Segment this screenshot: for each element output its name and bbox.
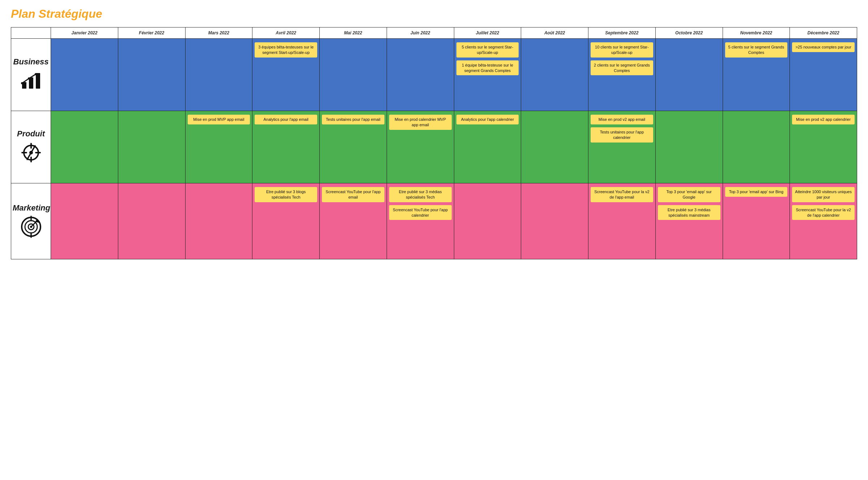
note-produit-4-0: Tests unitaires pour l'app email — [322, 115, 384, 124]
note-business-8-1: 2 clients sur le segment Grands Comptes — [591, 60, 653, 76]
month-header-0: Janvier 2022 — [51, 27, 118, 39]
row-marketing: Marketing Etre publié sur 3 blogs spécia… — [11, 183, 857, 259]
note-produit-2-0: Mise en prod MVP app email — [188, 115, 250, 124]
marketing-icon — [20, 216, 42, 238]
notes-container-business-6: 5 clients sur le segment Star-up/Scale-u… — [456, 41, 519, 77]
svg-point-5 — [35, 73, 37, 75]
cell-produit-month-11: Mise en prod v2 app calendrier — [790, 111, 857, 183]
cell-marketing-month-6 — [454, 183, 521, 259]
month-header-3: Avril 2022 — [252, 27, 320, 39]
note-marketing-5-1: Screencast YouTube pour l'app calendrier — [389, 205, 452, 220]
note-produit-8-0: Mise en prod v2 app email — [591, 115, 653, 124]
strategic-plan-table: Janvier 2022Février 2022Mars 2022Avril 2… — [11, 27, 857, 259]
cell-produit-month-2: Mise en prod MVP app email — [185, 111, 252, 183]
cell-marketing-month-1 — [118, 183, 185, 259]
row-header-produit: Produit — [11, 111, 51, 183]
cell-produit-month-9 — [655, 111, 723, 183]
notes-container-business-3: 3 équipes bêta-testeuses sur le segment … — [255, 41, 317, 59]
row-label-marketing: Marketing — [13, 203, 49, 213]
cell-marketing-month-7 — [521, 183, 588, 259]
note-marketing-10-0: Top 3 pour 'email app' sur Bing — [725, 187, 788, 197]
svg-point-3 — [21, 82, 23, 84]
cell-marketing-month-11: Atteindre 1000 visiteurs uniques par jou… — [790, 183, 857, 259]
note-business-3-0: 3 équipes bêta-testeuses sur le segment … — [255, 42, 317, 58]
cell-marketing-month-2 — [185, 183, 252, 259]
note-business-8-0: 10 clients sur le segment Star-up/Scale-… — [591, 42, 653, 58]
cell-produit-month-7 — [521, 111, 588, 183]
marketing-icon-container — [13, 216, 49, 239]
month-header-2: Mars 2022 — [185, 27, 252, 39]
month-header-10: Novembre 2022 — [723, 27, 790, 39]
cell-produit-month-3: Analytics pour l'app email — [252, 111, 320, 183]
notes-container-produit-6: Analytics pour l'app calendrier — [456, 113, 519, 126]
note-marketing-11-0: Atteindre 1000 visiteurs uniques par jou… — [792, 187, 855, 202]
header-empty — [11, 27, 51, 39]
cell-business-month-0 — [51, 39, 118, 111]
cell-marketing-month-5: Etre publié sur 3 médias spécialisés Tec… — [387, 183, 454, 259]
row-produit: Produit Mise en prod MVP app emailAnalyt… — [11, 111, 857, 183]
notes-container-marketing-11: Atteindre 1000 visiteurs uniques par jou… — [792, 186, 855, 221]
business-icon — [20, 69, 42, 91]
row-business: Business 3 équipes bêta-testeuses sur le… — [11, 39, 857, 111]
cell-produit-month-4: Tests unitaires pour l'app email — [320, 111, 387, 183]
notes-container-produit-4: Tests unitaires pour l'app email — [322, 113, 384, 126]
cell-produit-month-8: Mise en prod v2 app emailTests unitaires… — [588, 111, 656, 183]
notes-container-business-8: 10 clients sur le segment Star-up/Scale-… — [591, 41, 653, 77]
note-marketing-11-1: Screencast YouTube pour la v2 de l'app c… — [792, 205, 855, 220]
notes-container-marketing-10: Top 3 pour 'email app' sur Bing — [725, 186, 788, 198]
note-produit-8-1: Tests unitaires pour l'app calendrier — [591, 127, 653, 143]
cell-business-month-7 — [521, 39, 588, 111]
cell-business-month-10: 5 clients sur le segment Grands Comptes — [723, 39, 790, 111]
cell-marketing-month-0 — [51, 183, 118, 259]
cell-business-month-6: 5 clients sur le segment Star-up/Scale-u… — [454, 39, 521, 111]
cell-marketing-month-9: Top 3 pour 'email app' sur GoogleEtre pu… — [655, 183, 723, 259]
month-header-1: Février 2022 — [118, 27, 185, 39]
cell-business-month-5 — [387, 39, 454, 111]
cell-business-month-2 — [185, 39, 252, 111]
row-header-business: Business — [11, 39, 51, 111]
row-header-marketing: Marketing — [11, 183, 51, 259]
svg-rect-2 — [36, 73, 40, 89]
cell-marketing-month-3: Etre publié sur 3 blogs spécialisés Tech — [252, 183, 320, 259]
row-label-produit: Produit — [13, 129, 49, 139]
cell-business-month-1 — [118, 39, 185, 111]
notes-container-produit-11: Mise en prod v2 app calendrier — [792, 113, 855, 126]
produit-icon-container — [13, 141, 49, 165]
page-title: Plan Stratégique — [11, 7, 857, 21]
note-marketing-9-0: Top 3 pour 'email app' sur Google — [658, 187, 720, 202]
cell-produit-month-10 — [723, 111, 790, 183]
note-business-10-0: 5 clients sur le segment Grands Comptes — [725, 42, 788, 58]
svg-point-4 — [28, 77, 30, 80]
month-header-7: Août 2022 — [521, 27, 588, 39]
notes-container-produit-8: Mise en prod v2 app emailTests unitaires… — [591, 113, 653, 144]
row-label-business: Business — [13, 57, 49, 67]
notes-container-business-10: 5 clients sur le segment Grands Comptes — [725, 41, 788, 59]
note-business-6-0: 5 clients sur le segment Star-up/Scale-u… — [456, 42, 519, 58]
cell-produit-month-0 — [51, 111, 118, 183]
cell-produit-month-1 — [118, 111, 185, 183]
note-produit-5-0: Mise en prod calendrier MVP app email — [389, 115, 452, 130]
cell-business-month-9 — [655, 39, 723, 111]
month-header-11: Décembre 2022 — [790, 27, 857, 39]
grid-wrapper: Janvier 2022Février 2022Mars 2022Avril 2… — [11, 27, 857, 259]
cell-marketing-month-4: Screencast YouTube pour l'app email — [320, 183, 387, 259]
header-row: Janvier 2022Février 2022Mars 2022Avril 2… — [11, 27, 857, 39]
cell-business-month-8: 10 clients sur le segment Star-up/Scale-… — [588, 39, 656, 111]
notes-container-produit-3: Analytics pour l'app email — [255, 113, 317, 126]
cell-marketing-month-8: Screencast YouTube pour la v2 de l'app e… — [588, 183, 656, 259]
notes-container-marketing-8: Screencast YouTube pour la v2 de l'app e… — [591, 186, 653, 204]
month-header-6: Juillet 2022 — [454, 27, 521, 39]
month-header-9: Octobre 2022 — [655, 27, 723, 39]
month-header-4: Mai 2022 — [320, 27, 387, 39]
cell-produit-month-5: Mise en prod calendrier MVP app email — [387, 111, 454, 183]
month-header-8: Septembre 2022 — [588, 27, 656, 39]
notes-container-business-11: >25 nouveaux comptes par jour — [792, 41, 855, 54]
notes-container-produit-5: Mise en prod calendrier MVP app email — [389, 113, 452, 131]
note-produit-6-0: Analytics pour l'app calendrier — [456, 115, 519, 124]
note-produit-11-0: Mise en prod v2 app calendrier — [792, 115, 855, 124]
produit-icon — [20, 141, 42, 164]
cell-business-month-4 — [320, 39, 387, 111]
cell-business-month-3: 3 équipes bêta-testeuses sur le segment … — [252, 39, 320, 111]
note-business-6-1: 1 équipe bêta-testeuse sur le segment Gr… — [456, 60, 519, 76]
cell-marketing-month-10: Top 3 pour 'email app' sur Bing — [723, 183, 790, 259]
